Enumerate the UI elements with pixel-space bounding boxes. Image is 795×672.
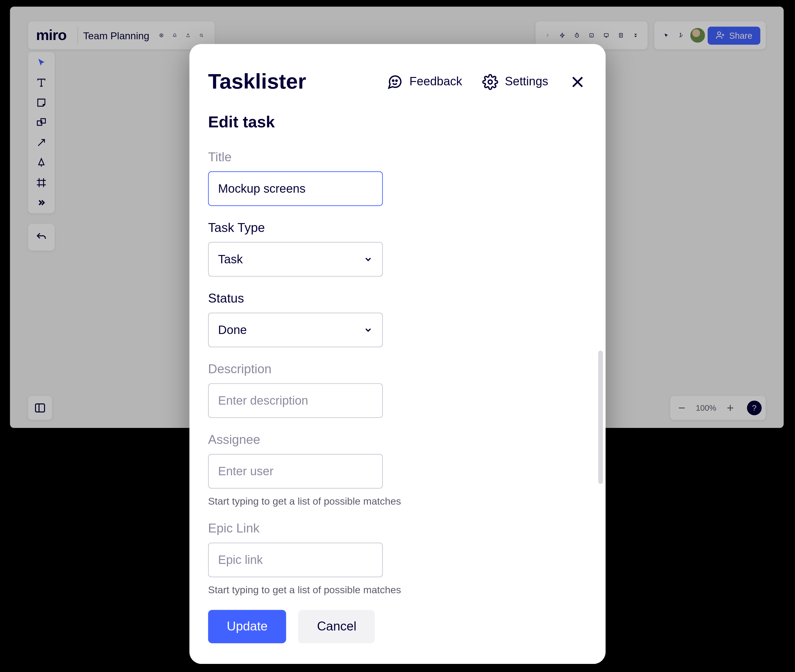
feedback-link[interactable]: Feedback [387, 74, 462, 90]
task-type-select[interactable]: Task [208, 242, 383, 277]
task-type-value: Task [218, 252, 243, 266]
settings-link[interactable]: Settings [482, 74, 548, 90]
svg-point-29 [393, 80, 394, 81]
status-value: Done [218, 323, 247, 337]
chevron-down-icon [364, 325, 373, 335]
assignee-help: Start typing to get a list of possible m… [208, 495, 587, 507]
feedback-label: Feedback [409, 75, 462, 89]
update-button[interactable]: Update [208, 610, 286, 643]
status-label: Status [208, 291, 587, 306]
assignee-input-field[interactable] [218, 464, 373, 478]
description-label: Description [208, 362, 587, 376]
chevron-down-icon [364, 255, 373, 264]
assignee-label: Assignee [208, 433, 587, 447]
title-label: Title [208, 150, 587, 165]
task-type-label: Task Type [208, 221, 587, 235]
svg-point-31 [488, 80, 492, 84]
svg-point-30 [396, 80, 397, 81]
status-select[interactable]: Done [208, 313, 383, 347]
epic-link-help: Start typing to get a list of possible m… [208, 584, 587, 595]
tasklister-modal: Tasklister Feedback Settings [189, 44, 606, 664]
close-button[interactable] [568, 72, 587, 91]
epic-link-input-field[interactable] [218, 553, 373, 567]
modal-title: Tasklister [208, 69, 306, 94]
epic-link-label: Epic Link [208, 522, 587, 536]
scrollbar[interactable] [598, 351, 603, 484]
title-input-field[interactable] [218, 182, 373, 195]
cancel-button[interactable]: Cancel [298, 610, 375, 643]
title-input[interactable] [208, 171, 383, 206]
epic-link-input[interactable] [208, 542, 383, 577]
assignee-input[interactable] [208, 454, 383, 489]
modal-subtitle: Edit task [208, 113, 587, 131]
feedback-icon [387, 74, 403, 90]
gear-icon [482, 74, 498, 90]
settings-label: Settings [505, 75, 548, 89]
description-input-field[interactable] [218, 394, 373, 408]
description-input[interactable] [208, 383, 383, 418]
